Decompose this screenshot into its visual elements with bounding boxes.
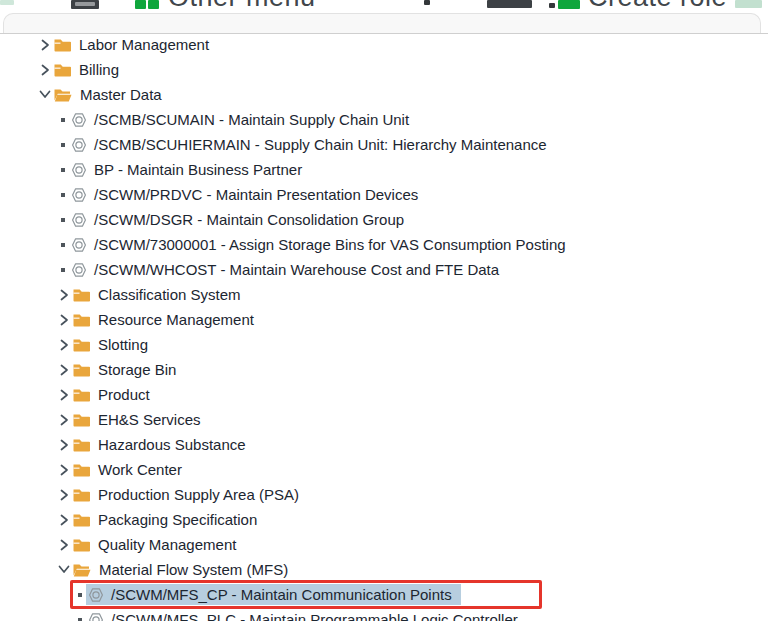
tree-folder-item[interactable]: Storage Bin <box>0 357 768 382</box>
chevron-right-icon[interactable] <box>38 32 52 57</box>
chevron-right-icon[interactable] <box>38 57 52 82</box>
closed-folder-icon <box>54 64 71 77</box>
tree-folder-item[interactable]: Labor Management <box>0 32 768 57</box>
transaction-icon <box>71 137 87 153</box>
tree-item-label: /SCWM/73000001 - Assign Storage Bins for… <box>91 236 569 253</box>
clipped-green-square-icon <box>135 0 146 9</box>
chevron-right-icon[interactable] <box>57 482 71 507</box>
tree-folder-item[interactable]: Slotting <box>0 332 768 357</box>
bullet-icon <box>57 168 69 172</box>
chevron-right-icon[interactable] <box>57 307 71 332</box>
create-role-button[interactable]: Create role <box>588 0 727 11</box>
tree-item-label: Work Center <box>95 461 185 478</box>
tree-transaction-item[interactable]: /SCWM/DSGR - Maintain Consolidation Grou… <box>0 207 768 232</box>
tree-item-label: /SCWM/PRDVC - Maintain Presentation Devi… <box>91 186 421 203</box>
tree-item-label: Hazardous Substance <box>95 436 249 453</box>
tree-item-label: Storage Bin <box>95 361 179 378</box>
closed-folder-icon <box>73 489 90 502</box>
bullet-icon <box>57 218 69 222</box>
chevron-right-icon[interactable] <box>57 382 71 407</box>
chevron-down-icon[interactable] <box>38 82 52 107</box>
closed-folder-icon <box>73 464 90 477</box>
bullet-square <box>78 593 82 597</box>
closed-folder-icon <box>73 364 90 377</box>
tree-item-label: /SCMB/SCUHIERMAIN - Supply Chain Unit: H… <box>91 136 550 153</box>
tree-folder-item[interactable]: Quality Management <box>0 532 768 557</box>
open-folder-icon <box>54 89 72 102</box>
tree-item-label: Master Data <box>77 86 165 103</box>
bullet-icon <box>57 143 69 147</box>
chevron-right-icon[interactable] <box>57 507 71 532</box>
tree-transaction-item[interactable]: /SCWM/MFS_PLC - Maintain Programmable Lo… <box>0 607 768 621</box>
tree-item-label: Slotting <box>95 336 151 353</box>
transaction-icon <box>71 187 87 203</box>
chevron-right-icon[interactable] <box>57 332 71 357</box>
closed-folder-icon <box>73 389 90 402</box>
tree-item-label: Resource Management <box>95 311 257 328</box>
tree-item-label: /SCWM/DSGR - Maintain Consolidation Grou… <box>91 211 407 228</box>
bullet-square <box>61 243 65 247</box>
menu-tree: Labor ManagementBillingMaster Data/SCMB/… <box>0 0 768 621</box>
bullet-square <box>78 618 82 621</box>
clipped-green-rect-icon <box>558 0 580 9</box>
tree-item-label: Quality Management <box>95 536 239 553</box>
bullet-square <box>61 193 65 197</box>
closed-folder-icon <box>73 514 90 527</box>
tree-item-label: Labor Management <box>76 36 212 53</box>
tree-transaction-item[interactable]: /SCMB/SCUMAIN - Maintain Supply Chain Un… <box>0 107 768 132</box>
transaction-icon <box>71 237 87 253</box>
closed-folder-icon <box>54 39 71 52</box>
transaction-icon <box>71 162 87 178</box>
tree-folder-item[interactable]: Production Supply Area (PSA) <box>0 482 768 507</box>
chevron-right-icon[interactable] <box>57 457 71 482</box>
bullet-icon <box>57 193 69 197</box>
tree-item-label: Product <box>95 386 153 403</box>
tree-folder-item[interactable]: Billing <box>0 57 768 82</box>
chevron-right-icon[interactable] <box>57 357 71 382</box>
chevron-right-icon[interactable] <box>57 282 71 307</box>
tree-folder-item[interactable]: Material Flow System (MFS) <box>0 557 768 582</box>
tree-item-label: Material Flow System (MFS) <box>96 561 291 578</box>
bullet-icon <box>57 268 69 272</box>
chevron-down-icon[interactable] <box>57 557 71 582</box>
chevron-right-icon[interactable] <box>57 532 71 557</box>
open-folder-icon <box>73 564 91 577</box>
other-menu-button[interactable]: Other menu <box>168 0 316 11</box>
tree-item-label: /SCWM/MFS_CP - Maintain Communication Po… <box>108 586 455 603</box>
tree-item-label: Packaging Specification <box>95 511 260 528</box>
closed-folder-icon <box>73 539 90 552</box>
tree-folder-item[interactable]: Work Center <box>0 457 768 482</box>
tree-item-label: Classification System <box>95 286 244 303</box>
transaction-icon <box>88 612 104 621</box>
tree-item-label: Production Supply Area (PSA) <box>95 486 302 503</box>
tree-folder-item[interactable]: Product <box>0 382 768 407</box>
tree-folder-item[interactable]: EH&S Services <box>0 407 768 432</box>
tree-folder-item[interactable]: Hazardous Substance <box>0 432 768 457</box>
tree-item-label: BP - Maintain Business Partner <box>91 161 305 178</box>
chevron-right-icon[interactable] <box>57 432 71 457</box>
tree-transaction-item[interactable]: /SCWM/PRDVC - Maintain Presentation Devi… <box>0 182 768 207</box>
tree-folder-item[interactable]: Classification System <box>0 282 768 307</box>
clipped-teal-icon <box>0 0 14 5</box>
tree-transaction-item[interactable]: BP - Maintain Business Partner <box>0 157 768 182</box>
tree-folder-item[interactable]: Resource Management <box>0 307 768 332</box>
toolbar-clipped-strip: Other menu Create role <box>0 0 768 12</box>
bullet-square <box>61 168 65 172</box>
closed-folder-icon <box>73 289 90 302</box>
tree-transaction-item[interactable]: /SCWM/73000001 - Assign Storage Bins for… <box>0 232 768 257</box>
tree-folder-item[interactable]: Master Data <box>0 82 768 107</box>
tree-item-label: Billing <box>76 61 122 78</box>
sap-easy-access-window: Other menu Create role Labor ManagementB… <box>0 0 768 621</box>
bullet-square <box>61 218 65 222</box>
clipped-mint-rect-icon <box>735 0 762 8</box>
bullet-icon <box>57 118 69 122</box>
chevron-right-icon[interactable] <box>57 407 71 432</box>
tree-transaction-item[interactable]: /SCWM/MFS_CP - Maintain Communication Po… <box>0 582 768 607</box>
tree-transaction-item[interactable]: /SCMB/SCUHIERMAIN - Supply Chain Unit: H… <box>0 132 768 157</box>
tree-item-label: /SCWM/WHCOST - Maintain Warehouse Cost a… <box>91 261 502 278</box>
clipped-green-square-icon <box>148 0 159 9</box>
tree-folder-item[interactable]: Packaging Specification <box>0 507 768 532</box>
transaction-icon <box>88 587 104 603</box>
bullet-square <box>61 143 65 147</box>
tree-transaction-item[interactable]: /SCWM/WHCOST - Maintain Warehouse Cost a… <box>0 257 768 282</box>
